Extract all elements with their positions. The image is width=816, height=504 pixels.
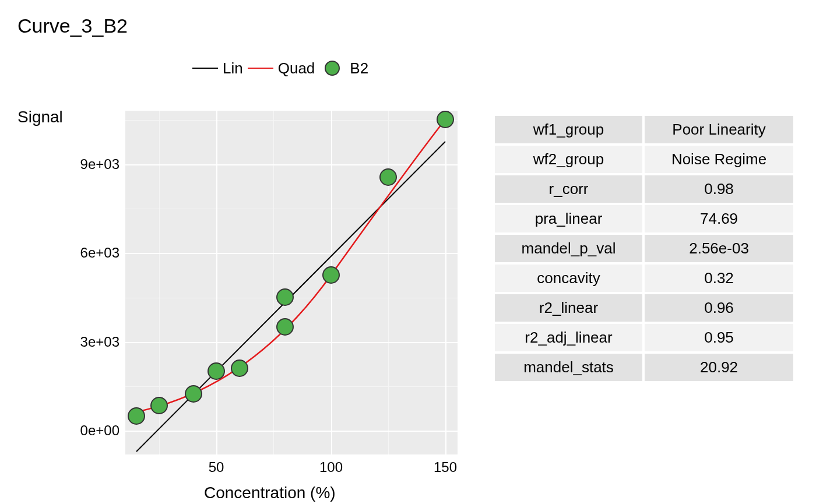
stats-table: wf1_groupPoor Linearity wf2_groupNoise R… [493, 114, 796, 383]
stat-key: r2_adj_linear [494, 323, 643, 353]
legend-lin-label: Lin [223, 59, 243, 77]
table-row: mandel_p_val2.56e-03 [494, 234, 794, 263]
y-tick: 6e+03 [61, 245, 119, 261]
table-row: wf1_groupPoor Linearity [494, 115, 794, 144]
legend-quad-line-icon [248, 55, 273, 81]
table-row: concavity0.32 [494, 263, 794, 293]
data-point [276, 288, 294, 306]
stat-val: 0.98 [643, 174, 794, 204]
stat-key: r2_linear [494, 293, 643, 323]
table-row: mandel_stats20.92 [494, 353, 794, 382]
page-title: Curve_3_B2 [17, 15, 128, 37]
stat-val: 74.69 [643, 204, 794, 234]
table-row: r2_linear0.96 [494, 293, 794, 323]
stat-key: wf1_group [494, 115, 643, 144]
stat-val: Noise Regime [643, 144, 794, 174]
chart-lines [125, 111, 458, 454]
y-axis-label: Signal [17, 108, 63, 126]
stat-key: pra_linear [494, 204, 643, 234]
stat-val: 0.96 [643, 293, 794, 323]
x-axis-label: Concentration (%) [204, 484, 336, 502]
stat-key: mandel_p_val [494, 234, 643, 263]
data-point [128, 407, 145, 425]
data-point [276, 318, 294, 336]
x-tick: 50 [209, 459, 224, 475]
data-point [207, 362, 225, 380]
stat-val: Poor Linearity [643, 115, 794, 144]
data-point [185, 385, 202, 403]
legend-lin-line-icon [192, 55, 218, 81]
stat-key: concavity [494, 263, 643, 293]
table-row: r2_adj_linear0.95 [494, 323, 794, 353]
data-point [437, 111, 454, 128]
y-tick: 0e+00 [61, 422, 119, 439]
plot-panel [125, 111, 458, 454]
table-row: wf2_groupNoise Regime [494, 144, 794, 174]
legend-b2-dot-icon [319, 55, 345, 81]
x-tick: 100 [319, 459, 343, 475]
stat-key: r_corr [494, 174, 643, 204]
data-point [150, 397, 168, 414]
y-tick: 3e+03 [61, 334, 119, 350]
legend-quad-label: Quad [278, 59, 315, 77]
x-tick: 150 [434, 459, 457, 475]
data-point [379, 168, 397, 186]
table-row: pra_linear74.69 [494, 204, 794, 234]
table-row: r_corr0.98 [494, 174, 794, 204]
stat-val: 20.92 [643, 353, 794, 382]
stat-key: mandel_stats [494, 353, 643, 382]
data-point [231, 360, 248, 377]
stat-key: wf2_group [494, 144, 643, 174]
legend-b2-label: B2 [350, 59, 368, 77]
stat-val: 2.56e-03 [643, 234, 794, 263]
legend: Lin Quad B2 [192, 55, 368, 81]
stat-val: 0.32 [643, 263, 794, 293]
data-point [322, 266, 340, 284]
y-tick: 9e+03 [61, 156, 119, 172]
stat-val: 0.95 [643, 323, 794, 353]
